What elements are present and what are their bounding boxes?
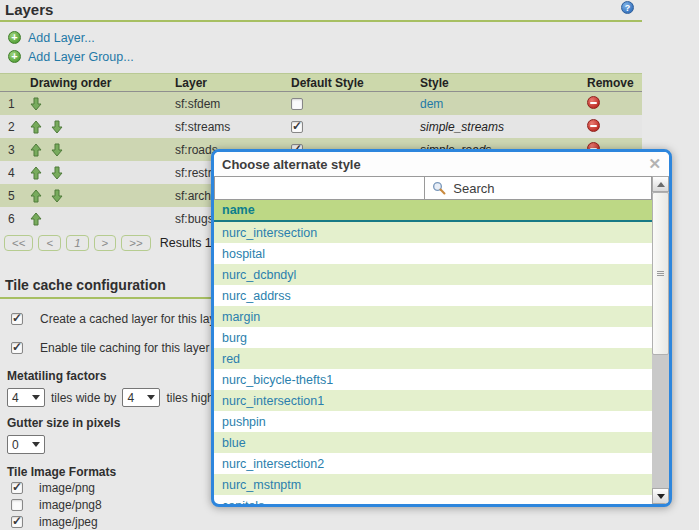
style-list-item[interactable]: pushpin (214, 411, 652, 432)
search-icon (432, 181, 446, 195)
add-icon: + (8, 31, 21, 44)
enable-tile-caching-label: Enable tile caching for this layer (40, 341, 209, 355)
move-up-icon[interactable] (30, 143, 42, 157)
first-page-button[interactable]: << (4, 235, 33, 251)
image-jpeg-checkbox[interactable] (11, 516, 23, 528)
create-cached-layer-checkbox[interactable] (11, 313, 23, 325)
col-remove: Remove (578, 76, 642, 90)
move-down-icon[interactable] (30, 97, 42, 111)
current-page-button[interactable]: 1 (66, 235, 88, 251)
dialog-titlebar: Choose alternate style ✕ (214, 152, 669, 176)
scrollbar-grip-icon (657, 271, 664, 277)
style-list-item[interactable]: nurc_mstnptm (214, 474, 652, 495)
image-jpeg-label: image/jpeg (39, 515, 98, 529)
style-list-item[interactable]: hospital (214, 243, 652, 264)
row-number: 5 (0, 189, 28, 203)
style-list-item[interactable]: capitals (214, 495, 652, 504)
tiles-wide-select[interactable]: 4 (7, 388, 45, 407)
dialog-scrollbar (652, 176, 669, 504)
table-row: 2 sf:streams simple_streams (0, 115, 642, 138)
col-style: Style (420, 76, 578, 90)
scroll-up-button[interactable] (652, 176, 669, 192)
default-style-checkbox[interactable] (291, 121, 303, 133)
image-png-label: image/png (39, 481, 95, 495)
style-filter-input[interactable] (215, 177, 424, 199)
style-list-item[interactable]: blue (214, 432, 652, 453)
style-list-item[interactable]: burg (214, 327, 652, 348)
style-list-item[interactable]: red (214, 348, 652, 369)
image-png8-checkbox[interactable] (11, 499, 23, 511)
style-list-panel: Search name nurc_intersection hospital n… (214, 176, 652, 504)
search-label: Search (453, 181, 494, 196)
remove-icon[interactable] (587, 119, 600, 132)
move-down-icon[interactable] (51, 143, 63, 157)
row-number: 6 (0, 212, 28, 226)
choose-style-dialog: Choose alternate style ✕ Search name (211, 149, 672, 507)
image-png8-label: image/png8 (39, 498, 102, 512)
help-icon[interactable]: ? (621, 1, 634, 14)
name-column-label[interactable]: name (222, 203, 255, 217)
tiles-high-select[interactable]: 4 (122, 388, 160, 407)
arrow-down-icon (657, 494, 665, 499)
style-list-item[interactable]: nurc_dcbndyl (214, 264, 652, 285)
layers-page: Layers ? + Add Layer... + Add Layer Grou… (0, 0, 642, 530)
prev-page-button[interactable]: < (38, 235, 61, 251)
move-up-icon[interactable] (30, 189, 42, 203)
page-header: Layers ? (0, 0, 642, 22)
add-layer-group-link[interactable]: + Add Layer Group... (8, 47, 642, 66)
search-box[interactable]: Search (424, 177, 651, 199)
add-layer-label: Add Layer... (28, 31, 95, 45)
move-down-icon[interactable] (51, 189, 63, 203)
move-up-icon[interactable] (30, 212, 42, 226)
add-layer-group-label: Add Layer Group... (28, 50, 134, 64)
name-column-header: name (214, 200, 652, 222)
layers-table-header: Drawing order Layer Default Style Style … (0, 73, 642, 92)
row-number: 1 (0, 97, 28, 111)
col-drawing-order: Drawing order (28, 76, 175, 90)
style-list-item[interactable]: nurc_intersection (214, 222, 652, 243)
chevron-down-icon (147, 395, 155, 400)
style-list-item[interactable]: nurc_addrss (214, 285, 652, 306)
default-style-checkbox[interactable] (291, 98, 303, 110)
add-icon: + (8, 50, 21, 63)
next-page-button[interactable]: > (94, 235, 117, 251)
tiles-high-text: tiles high (166, 391, 213, 405)
format-row: image/jpeg (0, 514, 642, 530)
style-link[interactable]: dem (420, 97, 443, 111)
last-page-button[interactable]: >> (121, 235, 150, 251)
move-up-icon[interactable] (30, 120, 42, 134)
layer-name: sf:sfdem (175, 97, 287, 111)
gutter-value: 0 (12, 438, 19, 452)
scroll-down-button[interactable] (652, 488, 669, 504)
move-down-icon[interactable] (51, 166, 63, 180)
tiles-high-value: 4 (127, 391, 134, 405)
tiles-wide-value: 4 (12, 391, 19, 405)
gutter-select[interactable]: 0 (7, 435, 45, 454)
image-png-checkbox[interactable] (11, 482, 23, 494)
layer-name: sf:streams (175, 120, 287, 134)
scrollbar-thumb[interactable] (652, 192, 669, 355)
row-number: 3 (0, 143, 28, 157)
tiles-wide-text: tiles wide by (51, 391, 116, 405)
table-row: 1 sf:sfdem dem (0, 92, 642, 115)
move-up-icon[interactable] (30, 166, 42, 180)
add-layer-link[interactable]: + Add Layer... (8, 28, 642, 47)
style-list-item[interactable]: nurc_intersection2 (214, 453, 652, 474)
style-list-item[interactable]: nurc_bicycle-thefts1 (214, 369, 652, 390)
style-list-item[interactable]: margin (214, 306, 652, 327)
chevron-down-icon (32, 395, 40, 400)
style-link[interactable]: simple_streams (420, 120, 504, 134)
row-number: 2 (0, 120, 28, 134)
style-list-item[interactable]: nurc_intersection1 (214, 390, 652, 411)
remove-icon[interactable] (587, 96, 600, 109)
enable-tile-caching-checkbox[interactable] (11, 342, 23, 354)
col-default-style: Default Style (287, 76, 420, 90)
col-layer: Layer (175, 76, 287, 90)
close-icon[interactable]: ✕ (648, 157, 661, 171)
search-strip: Search (214, 176, 652, 200)
arrow-up-icon (657, 182, 665, 187)
dialog-title: Choose alternate style (222, 157, 361, 172)
row-number: 4 (0, 166, 28, 180)
scrollbar-track[interactable] (652, 355, 669, 488)
move-down-icon[interactable] (51, 120, 63, 134)
